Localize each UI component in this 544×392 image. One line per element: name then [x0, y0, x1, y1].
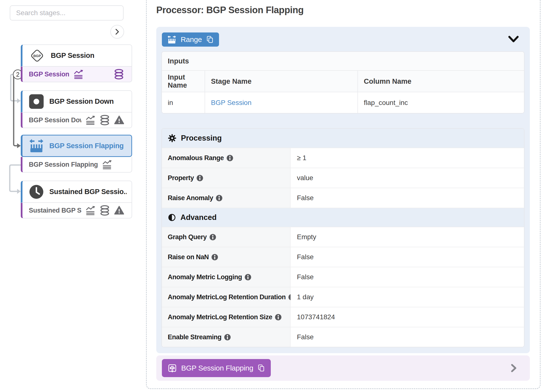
database-icon [114, 69, 124, 80]
stage-bgp-session-down[interactable]: BGP Session Down [21, 90, 132, 113]
stage-title: BGP Session [51, 52, 94, 60]
stage-output-bgp-session-flapping[interactable]: BGP Session Flapping [21, 157, 132, 173]
inputs-table: Inputs Input Name Stage Name Column Name… [161, 51, 524, 113]
range-icon [167, 35, 176, 44]
stage-output-label: BGP Session Down [29, 116, 81, 124]
column-name-value: flap_count_inc [358, 92, 524, 113]
range-icon [29, 138, 44, 154]
copy-icon[interactable] [258, 364, 265, 372]
info-icon[interactable] [275, 314, 282, 321]
stage-card-bgp-session-flapping: BGP Session Flapping BGP Session Flappin… [21, 135, 132, 173]
config-row-raise-anomaly: Raise Anomaly False [162, 188, 524, 208]
pipeline-editor: 2 BGP BGP Session BGP Session [0, 0, 544, 392]
metrics-chart-icon [85, 115, 95, 125]
info-icon[interactable] [209, 234, 216, 241]
page-title: Processor: BGP Session Flapping [156, 5, 304, 15]
config-row-graph-query: Graph Query Empty [162, 227, 524, 247]
stage-output-bgp-session-down[interactable]: BGP Session Down [21, 113, 132, 128]
processor-config: Processing Anomalous Range ≥ 1 Property … [161, 128, 524, 347]
processing-section-header: Processing [162, 129, 524, 148]
column-header-column-name: Column Name [358, 71, 524, 92]
column-header-input-name: Input Name [162, 71, 205, 92]
stage-title: BGP Session Down [49, 97, 114, 105]
database-icon [99, 205, 110, 216]
info-icon[interactable] [211, 254, 218, 261]
metrics-chart-icon [73, 69, 84, 79]
stop-square-icon [29, 94, 44, 109]
chevron-right-icon [510, 363, 517, 373]
config-row-anomaly-metriclog-retention-size: Anomaly MetricLog Retention Size 1073741… [162, 307, 524, 327]
stage-output-bgp-session[interactable]: BGP Session [21, 67, 132, 82]
stage-title: BGP Session Flapping [49, 142, 124, 150]
info-icon[interactable] [244, 274, 251, 281]
stage-output-label: BGP Session Flapping [29, 161, 98, 168]
metrics-chart-icon [102, 159, 112, 170]
advanced-section-header: Advanced [162, 208, 524, 227]
bgp-diamond-icon: BGP [29, 47, 45, 64]
info-icon[interactable] [216, 195, 223, 202]
collapse-panel-button[interactable] [508, 35, 519, 43]
stage-output-sustained-bgp-session[interactable]: Sustained BGP Sessio... [21, 203, 132, 218]
expand-metric-button[interactable] [510, 363, 517, 373]
info-icon[interactable] [196, 175, 203, 182]
stage-bgp-session[interactable]: BGP BGP Session [21, 44, 132, 67]
svg-text:2: 2 [16, 71, 20, 78]
sink-arrows-icon [168, 364, 177, 373]
config-row-property: Property value [162, 168, 524, 188]
config-row-anomaly-metric-logging: Anomaly Metric Logging False [162, 267, 524, 287]
info-icon[interactable] [226, 155, 233, 162]
copy-icon[interactable] [206, 36, 214, 43]
bgp-session-flapping-metric-button[interactable]: BGP Session Flapping [162, 359, 271, 377]
input-name-value: in [162, 92, 205, 113]
stage-card-bgp-session-down: BGP Session Down BGP Session Down [21, 90, 132, 128]
processor-panel: Range Inputs Input Name Stage Name Colum… [156, 27, 530, 353]
clock-icon [29, 184, 44, 199]
column-header-stage-name: Stage Name [205, 71, 358, 92]
config-row-raise-on-nan: Raise on NaN False [162, 247, 524, 267]
warning-triangle-icon [114, 115, 124, 125]
stage-title: Sustained BGP Sessio... [49, 188, 127, 196]
inputs-table-title: Inputs [162, 52, 524, 71]
stage-card-sustained-bgp-session: Sustained BGP Sessio... Sustained BGP Se… [21, 181, 132, 218]
inputs-table-header: Input Name Stage Name Column Name [162, 71, 524, 92]
gear-icon [168, 134, 177, 143]
config-row-enable-streaming: Enable Streaming False [162, 327, 524, 347]
half-circle-icon [168, 213, 176, 222]
config-row-anomaly-metriclog-retention-duration: Anomaly MetricLog Retention Duration 1 d… [162, 287, 524, 307]
stage-bgp-session-flapping[interactable]: BGP Session Flapping [21, 135, 132, 157]
stage-card-bgp-session: BGP BGP Session BGP Session [21, 44, 132, 82]
stage-sustained-bgp-session[interactable]: Sustained BGP Sessio... [21, 181, 132, 203]
stage-output-label: BGP Session [29, 71, 69, 78]
stage-name-link[interactable]: BGP Session [211, 99, 251, 107]
metric-panel: BGP Session Flapping [156, 355, 530, 381]
warning-triangle-icon [114, 205, 124, 216]
config-row-anomalous-range: Anomalous Range ≥ 1 [162, 148, 524, 168]
database-icon [99, 115, 110, 125]
info-icon[interactable] [224, 334, 231, 341]
range-stage-button[interactable]: Range [162, 32, 219, 47]
metrics-chart-icon [85, 205, 95, 216]
svg-text:BGP: BGP [33, 54, 41, 58]
chevron-down-icon [508, 35, 519, 43]
table-row: in BGP Session flap_count_inc [162, 92, 524, 113]
stage-output-label: Sustained BGP Sessio... [29, 207, 81, 214]
